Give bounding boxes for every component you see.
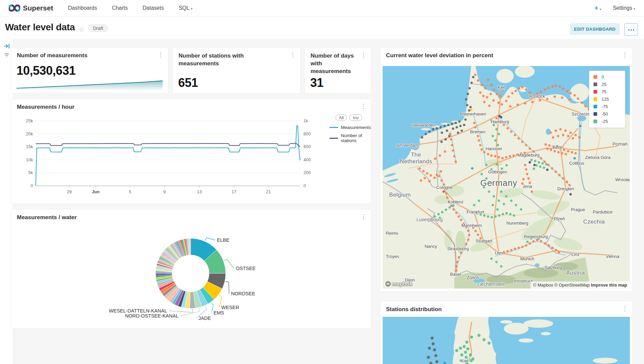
- station-dot: [565, 129, 567, 132]
- map-label-bremen: Bremen: [470, 129, 486, 134]
- station-dot: [455, 212, 457, 214]
- station-dot: [482, 95, 485, 97]
- expand-filters-icon[interactable]: [4, 43, 10, 49]
- nav-charts[interactable]: Charts: [112, 5, 128, 11]
- nav-dashboards[interactable]: Dashboards: [68, 5, 97, 11]
- axis-tick-label: 5: [120, 189, 140, 194]
- kebab-menu-icon[interactable]: ⋮: [360, 52, 367, 58]
- panel-title: Measurements / water: [17, 214, 77, 221]
- station-dot: [456, 261, 458, 263]
- kebab-menu-icon[interactable]: ⋮: [290, 52, 296, 58]
- legend-item-stations[interactable]: Number of stations: [329, 133, 371, 143]
- station-dot: [421, 136, 423, 138]
- station-dot: [465, 98, 468, 101]
- station-dot: [540, 157, 542, 160]
- kebab-menu-icon[interactable]: ⋮: [622, 52, 628, 58]
- map-label-munich: Munich: [520, 256, 534, 261]
- map-label-berlin: Berlin: [553, 145, 564, 150]
- station-dot: [419, 167, 421, 170]
- kebab-menu-icon[interactable]: ⋮: [622, 305, 628, 312]
- station-dot: [545, 143, 547, 145]
- station-dot: [458, 215, 460, 218]
- station-dot: [483, 151, 486, 154]
- nav-datasets[interactable]: Datasets: [142, 5, 164, 11]
- station-dot: [478, 199, 480, 202]
- superset-logo[interactable]: Superset: [9, 4, 53, 12]
- legend-swatch-icon: [593, 112, 597, 116]
- station-dot: [471, 167, 473, 170]
- axis-tick-label: 20k: [15, 131, 33, 136]
- map-label-salzburg: Salzburg: [545, 265, 562, 270]
- map-label-pardubice: Pardubice: [593, 209, 613, 214]
- settings-menu[interactable]: Settings▾: [613, 5, 635, 11]
- station-dot: [497, 156, 500, 159]
- station-dot: [466, 348, 470, 351]
- map-label-basel: Basel: [450, 272, 461, 277]
- map-label-prague: Prague: [571, 207, 585, 212]
- station-dot: [500, 191, 503, 193]
- station-dot: [494, 155, 496, 158]
- station-dot: [520, 208, 522, 211]
- map-label-regensburg: Regensburg: [524, 234, 548, 239]
- nav-sql[interactable]: SQL▾: [179, 5, 192, 11]
- station-dot: [500, 116, 503, 119]
- station-dot: [490, 93, 492, 95]
- station-dot: [545, 163, 547, 166]
- station-dot: [465, 243, 468, 245]
- station-dot: [526, 240, 529, 243]
- station-dot: [529, 161, 531, 163]
- station-dot: [497, 133, 500, 135]
- kpi-card-measurements: Number of measurements ⋮ 10,530,631: [11, 47, 168, 94]
- legend-item-measurements[interactable]: Measurements: [329, 125, 371, 130]
- station-dot: [495, 128, 497, 131]
- mapbox-logo[interactable]: m mapbox: [385, 281, 413, 287]
- station-dot: [521, 86, 524, 89]
- stations-map[interactable]: KielRostock: [383, 317, 630, 364]
- kebab-menu-icon[interactable]: ⋮: [158, 52, 164, 58]
- station-dot: [464, 351, 467, 354]
- station-dot: [433, 348, 436, 351]
- station-dot: [473, 122, 475, 124]
- legend-row: 0: [593, 74, 620, 79]
- legend-value: 0: [602, 74, 604, 79]
- kebab-menu-icon[interactable]: ⋮: [360, 103, 367, 109]
- station-dot: [460, 252, 462, 254]
- panel-title: Current water level deviation in percent: [386, 52, 493, 59]
- station-dot: [553, 96, 556, 98]
- favorite-star-icon[interactable]: ☆: [78, 25, 85, 33]
- station-dot: [546, 169, 548, 171]
- edit-dashboard-button[interactable]: EDIT DASHBOARD: [570, 23, 620, 35]
- station-dot: [540, 91, 542, 93]
- dashboard-more-button[interactable]: ⋯: [624, 23, 638, 36]
- top-navbar: Superset Dashboards Charts Datasets SQL▾…: [0, 0, 644, 16]
- station-dot: [515, 204, 517, 206]
- station-dot: [508, 96, 510, 98]
- station-dot: [525, 144, 527, 146]
- station-dot: [533, 240, 535, 242]
- improve-map-link[interactable]: Improve this map: [591, 283, 627, 288]
- donut-slice-label: EMS: [214, 310, 224, 316]
- station-dot: [463, 124, 465, 126]
- station-dot: [470, 359, 473, 362]
- station-dot: [453, 208, 455, 210]
- new-item-button[interactable]: +▾: [594, 4, 601, 12]
- kebab-menu-icon[interactable]: ⋮: [360, 213, 367, 220]
- deviation-map[interactable]: 02575125-75-50-25 m mapbox © Mapbox © Op…: [383, 66, 630, 289]
- station-dot: [451, 144, 453, 146]
- station-dot: [579, 125, 582, 127]
- donut-slice-label: OSTSEE: [236, 266, 256, 271]
- filter-icon[interactable]: [4, 53, 9, 58]
- kpi-sparkline: [17, 80, 163, 90]
- station-dot: [558, 174, 560, 176]
- station-dot: [472, 76, 474, 78]
- station-dot: [544, 242, 546, 244]
- map-label-bremerhaven: Bremerhaven: [460, 111, 486, 117]
- axis-tick-label: 200: [303, 170, 317, 175]
- legend-all-button[interactable]: All: [335, 114, 347, 121]
- station-dot: [483, 101, 486, 103]
- legend-inv-button[interactable]: Inv: [349, 114, 362, 121]
- station-dot: [449, 133, 451, 135]
- station-dot: [491, 216, 493, 219]
- station-dot: [538, 161, 540, 163]
- station-dot: [480, 148, 483, 151]
